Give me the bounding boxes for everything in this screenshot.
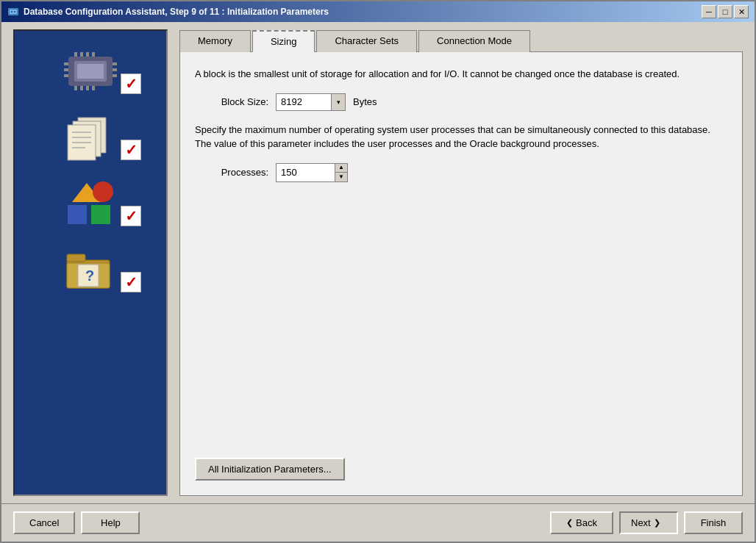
next-label: Next <box>631 517 651 528</box>
svg-rect-20 <box>92 86 95 90</box>
tabs-row: Memory Sizing Character Sets Connection … <box>179 29 743 51</box>
chip-icon <box>61 49 120 93</box>
tab-connection-mode[interactable]: Connection Mode <box>418 30 530 52</box>
back-label: Back <box>576 517 597 528</box>
close-button[interactable]: ✕ <box>734 5 749 18</box>
cancel-button[interactable]: Cancel <box>13 511 75 534</box>
svg-rect-19 <box>86 86 89 90</box>
spinner-buttons: ▲ ▼ <box>335 163 348 182</box>
svg-rect-10 <box>113 62 117 65</box>
svg-rect-12 <box>113 74 117 77</box>
svg-rect-8 <box>64 68 68 71</box>
title-bar-buttons: ─ □ ✕ <box>702 5 749 18</box>
content-area: ✓ <box>1 22 755 503</box>
svg-rect-7 <box>64 62 68 65</box>
minimize-button[interactable]: ─ <box>702 5 716 18</box>
svg-rect-13 <box>74 52 77 57</box>
shapes-icon-box <box>61 178 120 229</box>
block-size-label: Block Size: <box>210 96 268 107</box>
svg-point-29 <box>93 181 113 202</box>
svg-rect-9 <box>64 74 68 77</box>
tab-character-sets[interactable]: Character Sets <box>316 30 417 52</box>
back-button[interactable]: ❮ Back <box>550 511 613 534</box>
block-size-unit: Bytes <box>353 96 377 107</box>
main-window: Database Configuration Assistant, Step 9… <box>0 0 756 543</box>
help-button[interactable]: Help <box>81 511 140 534</box>
svg-rect-16 <box>92 52 95 57</box>
restore-button[interactable]: □ <box>718 5 732 18</box>
svg-rect-14 <box>80 52 83 57</box>
finish-button[interactable]: Finish <box>684 511 743 534</box>
spinner-up-btn[interactable]: ▲ <box>335 164 347 173</box>
folder-icon-box: ? <box>61 244 120 295</box>
svg-rect-3 <box>14 11 15 12</box>
step-shapes: ✓ <box>22 178 159 229</box>
block-size-row: Block Size: ▾ Bytes <box>195 93 727 111</box>
spinner-down-btn[interactable]: ▼ <box>335 173 347 181</box>
svg-rect-2 <box>11 11 13 12</box>
check-badge-4: ✓ <box>121 272 144 295</box>
processes-label: Processes: <box>210 167 268 178</box>
docs-icon <box>63 110 118 165</box>
svg-rect-33 <box>67 254 85 262</box>
bottom-left-buttons: Cancel Help <box>13 511 140 534</box>
all-params-button[interactable]: All Initialization Parameters... <box>195 458 345 481</box>
step-folder: ? ✓ <box>22 244 159 295</box>
svg-rect-15 <box>86 52 89 57</box>
processes-description: Specify the maximum number of operating … <box>195 123 727 151</box>
folder-icon: ? <box>63 244 118 295</box>
docs-icon-box <box>61 112 120 163</box>
svg-rect-17 <box>74 86 77 90</box>
left-panel: ✓ <box>13 29 168 496</box>
next-arrow-icon: ❯ <box>654 518 660 528</box>
right-panel: Memory Sizing Character Sets Connection … <box>179 29 743 496</box>
block-size-dropdown-wrap: ▾ <box>276 93 346 111</box>
tab-content: A block is the smallest unit of storage … <box>179 51 743 496</box>
svg-rect-30 <box>68 205 87 224</box>
bottom-bar: Cancel Help ❮ Back Next ❯ Finish <box>1 503 755 542</box>
check-badge-2: ✓ <box>121 140 144 163</box>
spacer <box>195 194 727 447</box>
svg-rect-18 <box>80 86 83 90</box>
window-title: Database Configuration Assistant, Step 9… <box>24 7 329 17</box>
shapes-icon <box>65 180 116 228</box>
svg-text:?: ? <box>85 267 94 284</box>
bottom-right-buttons: ❮ Back Next ❯ Finish <box>550 511 743 534</box>
block-size-dropdown-btn[interactable]: ▾ <box>331 93 346 111</box>
step-chip: ✓ <box>22 46 159 97</box>
step-docs: ✓ <box>22 112 159 163</box>
processes-spinner-wrap: ▲ ▼ <box>276 163 348 182</box>
tab-sizing[interactable]: Sizing <box>252 30 315 52</box>
block-size-input[interactable] <box>276 93 331 111</box>
app-icon <box>7 6 19 18</box>
chip-icon-box <box>61 46 120 97</box>
back-arrow-icon: ❮ <box>566 518 573 528</box>
svg-rect-11 <box>113 68 117 71</box>
check-badge-3: ✓ <box>121 206 144 229</box>
svg-rect-6 <box>77 64 104 79</box>
processes-input[interactable] <box>276 163 335 182</box>
next-button[interactable]: Next ❯ <box>619 511 678 534</box>
svg-rect-31 <box>91 205 110 224</box>
check-badge-1: ✓ <box>121 73 144 97</box>
tab-memory[interactable]: Memory <box>179 30 251 52</box>
all-params-btn-wrap: All Initialization Parameters... <box>195 458 727 481</box>
title-bar: Database Configuration Assistant, Step 9… <box>1 1 755 22</box>
processes-row: Processes: ▲ ▼ <box>195 163 727 182</box>
block-size-description: A block is the smallest unit of storage … <box>195 67 727 82</box>
title-bar-left: Database Configuration Assistant, Step 9… <box>7 6 329 18</box>
svg-rect-1 <box>10 10 17 14</box>
